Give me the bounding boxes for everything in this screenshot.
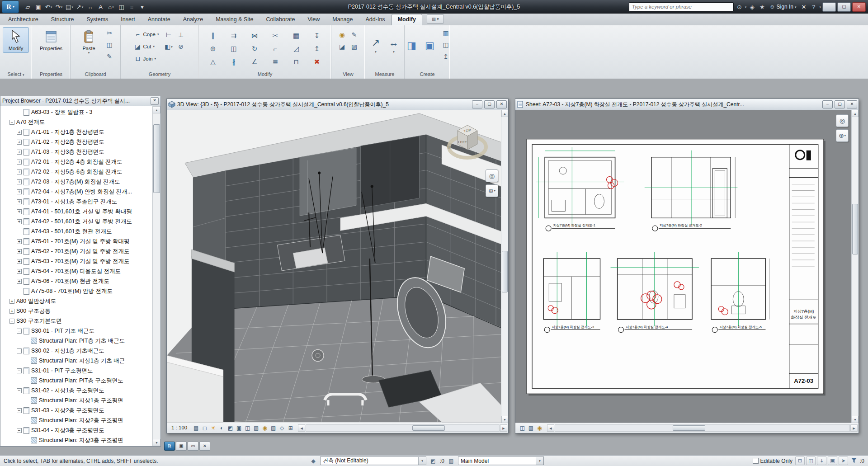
navigation-wheel-button[interactable]: ◎: [486, 169, 498, 182]
tree-expander-icon[interactable]: +: [17, 160, 22, 165]
chevron-down-icon[interactable]: ▾: [819, 5, 821, 9]
tab-collaborate[interactable]: Collaborate: [260, 14, 302, 25]
tree-item[interactable]: +A80 일반상세도: [0, 296, 153, 306]
measure-icon[interactable]: ↗▾: [75, 2, 85, 12]
worksharing-display-icon[interactable]: ◫: [518, 424, 527, 432]
close-button[interactable]: ✕: [852, 2, 866, 12]
horizontal-scrollbar[interactable]: ◀ ▶: [547, 423, 858, 433]
application-menu-button[interactable]: R ▾: [2, 0, 19, 13]
delete-icon[interactable]: ✖: [307, 55, 327, 68]
viewcube-cube[interactable]: TOP LEFT: [458, 125, 477, 150]
upper-cabinet[interactable]: [361, 136, 420, 208]
zoom-button[interactable]: ⊕▾: [836, 129, 849, 142]
chevron-down-icon[interactable]: ▾: [418, 457, 426, 465]
trim-extend-single-icon[interactable]: ∠: [244, 55, 265, 68]
unpin-icon[interactable]: ↥: [307, 42, 327, 55]
tree-item[interactable]: −S30-01 - PIT 기조 배근도: [0, 326, 153, 336]
sheet-viewport[interactable]: 지상7층(M) 화장실 전개도 A72-03: [515, 110, 859, 423]
tree-item[interactable]: +A75-02 - 701호(M) 거실 및 주방 전개도: [0, 246, 153, 256]
select-pinned-icon[interactable]: ↧: [817, 457, 826, 465]
tab-systems[interactable]: Systems: [80, 14, 114, 25]
join-geometry-button[interactable]: ⊔ Join ▾: [132, 53, 160, 64]
tree-expander-icon[interactable]: +: [17, 150, 22, 155]
tree-item[interactable]: −S31-04 - 지상3층 구조평면도: [0, 425, 153, 435]
floor-drain[interactable]: [312, 349, 324, 361]
tree-item[interactable]: +A72-03 - 지상7층(M) 화장실 전개도: [0, 177, 153, 187]
subscription-icon[interactable]: ◈: [748, 4, 756, 10]
tree-item[interactable]: −S30-02 - 지상1층 기초배근도: [0, 346, 153, 356]
save-icon[interactable]: ▣: [33, 2, 43, 12]
cut-profile-icon[interactable]: ◪: [336, 41, 348, 52]
tree-item[interactable]: −A70 전개도: [0, 117, 153, 127]
copy-icon[interactable]: ◫: [223, 42, 244, 55]
tree-item[interactable]: −S31-02 - 지상1층 구조평면도: [0, 386, 153, 395]
tab-annotate[interactable]: Annotate: [142, 14, 177, 25]
search-input[interactable]: [629, 2, 734, 12]
move-icon[interactable]: ⊕: [203, 42, 223, 55]
scroll-up-icon[interactable]: ▲: [852, 110, 859, 117]
temporary-hide-isolate-icon[interactable]: ▨: [527, 424, 535, 432]
tree-item[interactable]: −S30 구조기본도면: [0, 316, 153, 326]
tree-item[interactable]: +A71-02 - 지상2층 천장평면도: [0, 137, 153, 147]
customize-qat-icon[interactable]: ▾: [137, 2, 147, 12]
tree-item[interactable]: Structural Plan: 지상2층 구조평면: [0, 415, 153, 425]
project-browser-header[interactable]: Project Browser - P2017-012 성수동 상가주택 실시.…: [0, 96, 160, 106]
panel-label-select[interactable]: Select▾: [0, 70, 32, 79]
tree-item[interactable]: Structural Plan: PIT층 기초 배근도: [0, 336, 153, 346]
tab-architecture[interactable]: Architecture: [2, 14, 45, 25]
tree-item[interactable]: A775-08 - 701호(M) 안방 전개도: [0, 286, 153, 296]
search-icon[interactable]: ⊙: [735, 4, 744, 10]
project-browser-scrollbar[interactable]: ▲ ▼: [152, 106, 160, 446]
scale-icon[interactable]: ◿: [286, 42, 307, 55]
favorites-star-icon[interactable]: ★: [758, 4, 766, 10]
mirror-draw-axis-icon[interactable]: △: [203, 55, 223, 68]
close-icon[interactable]: ✕: [151, 97, 159, 105]
tree-expander-icon[interactable]: +: [9, 299, 14, 304]
scroll-right-icon[interactable]: ▶: [500, 424, 507, 432]
chevron-down-icon[interactable]: ▾: [745, 5, 747, 9]
create-parts-button[interactable]: ◨: [403, 27, 420, 64]
load-as-group-button[interactable]: ↥: [440, 51, 452, 62]
beam-column-joins-icon[interactable]: ⊥: [175, 29, 187, 41]
linework-icon[interactable]: ✎: [348, 29, 360, 41]
tree-item[interactable]: +A75-04 - 701호(M) 다용도실 전개도: [0, 266, 153, 276]
scroll-up-icon[interactable]: ▲: [153, 106, 160, 113]
align-icon[interactable]: ∥: [203, 29, 223, 42]
copy-to-clipboard-icon[interactable]: ◫: [104, 39, 115, 50]
ribbon-display-cycle-button[interactable]: ▤ ▾: [427, 14, 444, 24]
sheet-vertical-scrollbar[interactable]: ▲ ▼: [851, 110, 859, 423]
tree-expander-icon[interactable]: −: [9, 120, 14, 125]
scroll-right-icon[interactable]: ▶: [850, 424, 858, 432]
sheet-canvas[interactable]: 지상7층(M) 화장실 전개도 A72-03: [515, 110, 852, 423]
viewcube[interactable]: W TOP LEFT: [447, 115, 488, 162]
help-icon[interactable]: ?: [809, 4, 818, 10]
tab-insert[interactable]: Insert: [114, 14, 141, 25]
trim-extend-corner-icon[interactable]: ⌐: [265, 42, 286, 55]
measure-between-references-button[interactable]: ↗▾: [367, 27, 384, 64]
minimize-icon[interactable]: –: [822, 100, 833, 108]
tree-expander-icon[interactable]: −: [17, 348, 22, 353]
temporary-hide-isolate-icon[interactable]: ▨: [252, 424, 260, 432]
section-icon[interactable]: ◫: [116, 2, 127, 12]
temporary-view-properties-icon[interactable]: ▧: [269, 424, 278, 432]
print-icon[interactable]: ▤▾: [64, 2, 75, 12]
tree-item[interactable]: A63-03 - 창호 일람표 - 3: [0, 107, 153, 117]
rendering-dialog-icon[interactable]: ◩: [226, 424, 235, 432]
undo-icon[interactable]: ↶▾: [43, 2, 54, 12]
trim-extend-multiple-icon[interactable]: ≣: [265, 55, 286, 68]
scroll-up-icon[interactable]: ▲: [501, 110, 508, 117]
scale-button[interactable]: 1 : 100: [168, 423, 191, 433]
aligned-dimension-button[interactable]: ↔▾: [385, 27, 402, 64]
sign-in-button[interactable]: ☺ Sign In ▾: [768, 4, 798, 10]
filter-icon[interactable]: [851, 457, 857, 465]
split-element-icon[interactable]: ✂: [265, 29, 286, 42]
tree-item[interactable]: +A71-03 - 지상3층 천장평면도: [0, 147, 153, 157]
minimized-document-icon[interactable]: R: [164, 442, 175, 451]
restore-window-button[interactable]: ▣: [176, 442, 187, 451]
exchange-apps-icon[interactable]: ✕: [799, 4, 808, 10]
scroll-down-icon[interactable]: ▼: [501, 416, 508, 423]
tab-analyze[interactable]: Analyze: [177, 14, 209, 25]
3d-view-vertical-scrollbar[interactable]: ▲ ▼: [501, 110, 508, 423]
tab-manage[interactable]: Manage: [326, 14, 359, 25]
tree-expander-icon[interactable]: +: [17, 219, 22, 224]
